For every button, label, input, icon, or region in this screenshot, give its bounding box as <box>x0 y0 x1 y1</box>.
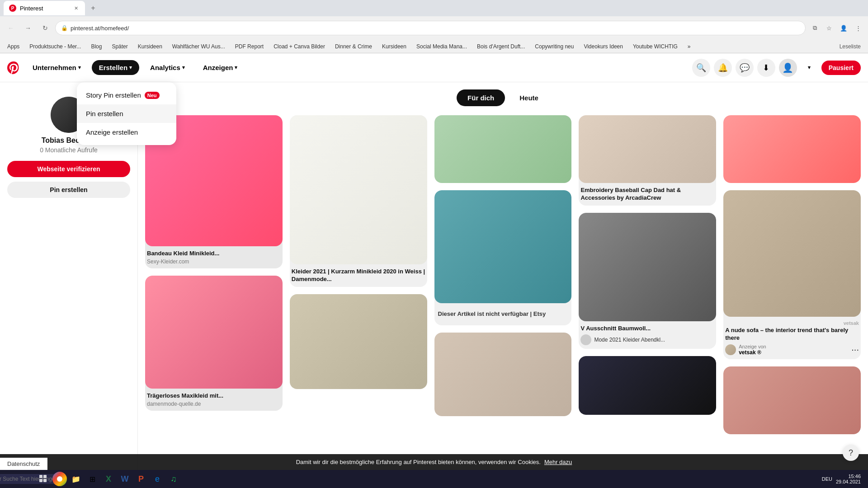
taskview-button[interactable] <box>36 472 51 486</box>
bookmark-3[interactable]: Später <box>108 42 131 51</box>
taskbar-edge-icon[interactable]: e <box>150 472 165 486</box>
pin-card[interactable]: vetsak A nude sofa – the interior trend … <box>723 190 861 359</box>
nav-analytics[interactable]: Analytics ▾ <box>143 60 192 75</box>
help-button[interactable]: ? <box>843 445 859 461</box>
pin-info: Trägerloses Maxikleid mit... damenmode-q… <box>145 389 283 411</box>
pin-card[interactable] <box>290 294 427 389</box>
pin-card[interactable]: Dieser Artikel ist nicht verfügbar | Ets… <box>434 190 572 325</box>
pin-info: Bandeau Kleid Minikleid... Sexy-Kleider.… <box>145 246 283 268</box>
search-button[interactable]: 🔍 <box>692 59 710 77</box>
extensions-icon[interactable]: ⧉ <box>808 22 821 34</box>
more-icon[interactable]: ⋮ <box>852 22 864 34</box>
bookmark-label: Videokurs Ideen <box>584 43 623 50</box>
pin-card[interactable] <box>434 333 572 416</box>
bookmark-2[interactable]: Blog <box>87 42 105 51</box>
tab-close-button[interactable]: ✕ <box>72 5 80 12</box>
messages-button[interactable]: 💬 <box>736 59 754 77</box>
nav-unternehmen[interactable]: Unternehmen ▾ <box>25 60 88 75</box>
bookmark-8[interactable]: Dinner & Crime <box>331 42 376 51</box>
taskbar-excel-icon[interactable]: X <box>101 472 116 486</box>
pin-info: V Ausschnitt Baumwoll... Mode 2021 Kleid… <box>579 321 716 349</box>
lock-icon: 🔒 <box>61 25 68 31</box>
pin-image <box>145 276 283 389</box>
bookmarks-more[interactable]: Leseliste <box>836 42 864 51</box>
active-tab[interactable]: Pinterest ✕ <box>4 1 85 15</box>
bookmark-14[interactable]: Youtube WICHTIG <box>629 42 681 51</box>
pause-button[interactable]: Pausiert <box>821 61 861 75</box>
bookmark-label: Bois d'Argent Duft... <box>477 43 525 50</box>
pin-card[interactable] <box>723 366 861 434</box>
feed-tabs: Für dich Heute <box>145 89 861 106</box>
search-taskbar-button[interactable] <box>20 472 34 486</box>
pin-image <box>434 115 572 183</box>
pin-erstellen-menu-item[interactable]: Pin erstellen <box>77 104 176 123</box>
bookmark-4[interactable]: Kursideen <box>134 42 166 51</box>
notifications-button[interactable]: 🔔 <box>714 59 732 77</box>
taskbar-pp-icon[interactable]: P <box>134 472 148 486</box>
cookie-more-link[interactable]: Mehr dazu <box>544 459 572 465</box>
bookmark-13[interactable]: Videokurs Ideen <box>580 42 627 51</box>
svg-rect-7 <box>43 479 47 482</box>
pin-title: A nude sofa – the interior trend that's … <box>725 327 859 342</box>
favicon-icon <box>9 5 16 12</box>
refresh-button[interactable]: ↻ <box>38 21 52 35</box>
pin-card[interactable] <box>723 115 861 183</box>
bookmark-5[interactable]: Wahlfächer WU Aus... <box>169 42 229 51</box>
author-avatar <box>580 334 591 345</box>
pin-card[interactable]: Trägerloses Maxikleid mit... damenmode-q… <box>145 276 283 411</box>
pin-card[interactable]: Embroidery Baseball Cap Dad hat & Access… <box>579 115 716 206</box>
bookmark-7[interactable]: Cload + Canva Bilder <box>270 42 329 51</box>
taskbar-word-icon[interactable]: W <box>118 472 132 486</box>
pin-image <box>434 190 572 303</box>
bookmark-label: » <box>688 43 691 50</box>
bookmark-1[interactable]: Produktsuche - Mer... <box>26 42 85 51</box>
pin-card[interactable]: Kleider 2021 | Kurzarm Minikleid 2020 in… <box>290 115 427 287</box>
back-button[interactable]: ← <box>4 21 18 35</box>
pin-info: Dieser Artikel ist nicht verfügbar | Ets… <box>434 303 572 325</box>
user-avatar[interactable]: 👤 <box>779 59 797 77</box>
account-chevron[interactable]: ▾ <box>801 61 818 74</box>
address-bar[interactable]: 🔒 pinterest.at/homefeed/ <box>55 21 806 35</box>
nav-erstellen[interactable]: Erstellen ▾ <box>92 60 139 75</box>
pin-card[interactable] <box>579 356 716 415</box>
story-pin-menu-item[interactable]: Story Pin erstellen Neu <box>77 86 176 104</box>
taskbar-apps-icon[interactable]: ⊞ <box>85 472 99 486</box>
nav-anzeigen[interactable]: Anzeigen ▾ <box>196 60 245 75</box>
anzeige-erstellen-label: Anzeige erstellen <box>86 128 138 136</box>
bookmark-label: Später <box>112 43 127 50</box>
star-icon[interactable]: ☆ <box>823 22 835 34</box>
tab-heute[interactable]: Heute <box>509 89 549 106</box>
nav-unternehmen-label: Unternehmen <box>33 64 76 71</box>
tab-fuer-dich[interactable]: Für dich <box>457 89 505 106</box>
bookmark-11[interactable]: Bois d'Argent Duft... <box>473 42 528 51</box>
taskbar-file-icon[interactable]: 📁 <box>69 472 83 486</box>
bookmark-15[interactable]: » <box>684 42 694 51</box>
pin-image <box>434 333 572 416</box>
more-options-button[interactable]: ··· <box>851 344 859 355</box>
forward-button[interactable]: → <box>21 21 35 35</box>
tab-fuer-dich-label: Für dich <box>467 94 494 102</box>
pin-card[interactable] <box>434 115 572 183</box>
taskbar-spotify-icon[interactable]: ♫ <box>166 472 181 486</box>
taskbar-chrome-icon[interactable] <box>52 472 67 486</box>
pin-card[interactable]: V Ausschnitt Baumwoll... Mode 2021 Kleid… <box>579 213 716 349</box>
chevron-down-icon-5: ▾ <box>808 65 811 70</box>
bookmark-apps[interactable]: Apps <box>4 42 23 51</box>
bookmark-10[interactable]: Social Media Mana... <box>413 42 471 51</box>
pin-image <box>723 190 861 317</box>
sidebar-create-pin-button[interactable]: Pin erstellen <box>7 182 130 198</box>
activity-button[interactable]: ⬇ <box>757 59 775 77</box>
chevron-down-icon-2: ▾ <box>129 65 132 70</box>
bookmark-6[interactable]: PDF Report <box>231 42 267 51</box>
bookmark-9[interactable]: Kursideen <box>378 42 410 51</box>
pinterest-logo[interactable] <box>7 61 20 74</box>
new-tab-button[interactable]: + <box>87 2 99 14</box>
bookmark-12[interactable]: Copywriting neu <box>531 42 577 51</box>
taskbar-time-display: 15:46 <box>848 474 861 479</box>
author-name: Mode 2021 Kleider Abendkl... <box>594 337 665 343</box>
nav-analytics-label: Analytics <box>150 64 180 71</box>
profile-icon[interactable]: 👤 <box>837 22 850 34</box>
verify-website-button[interactable]: Webseite verifizieren <box>7 161 130 177</box>
anzeige-erstellen-menu-item[interactable]: Anzeige erstellen <box>77 123 176 141</box>
datenschutz-link[interactable]: Datenschutz <box>0 458 47 470</box>
